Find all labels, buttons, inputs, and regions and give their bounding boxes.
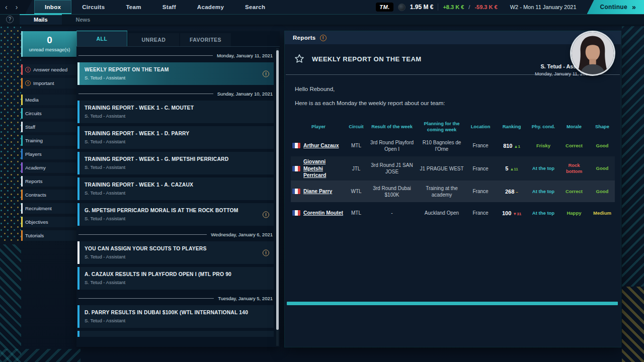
mail-filter-tabs: ALLUNREADFAVORITES bbox=[76, 31, 280, 47]
report-panel: Reports ! S. Tetud - Assistant Monday, J… bbox=[285, 31, 621, 347]
mail-text: TRAINING REPORT - WEEK 1 - C. MOUTETS. T… bbox=[85, 105, 194, 119]
help-icon[interactable]: ? bbox=[6, 16, 14, 23]
top-tab-staff[interactable]: Staff bbox=[152, 0, 187, 14]
sidebar-item-training[interactable]: Training bbox=[21, 135, 76, 146]
player-link[interactable]: Diane Parry bbox=[303, 188, 332, 195]
mail-filter-tab-unread[interactable]: UNREAD bbox=[128, 33, 179, 46]
table-row[interactable]: Arthur CazauxMTL3rd Round Playford Open … bbox=[291, 135, 615, 156]
phy-cond-cell: Frisky bbox=[528, 143, 558, 149]
top-tab-academy[interactable]: Academy bbox=[187, 0, 234, 14]
mail-filter-tab-favorites[interactable]: FAVORITES bbox=[180, 33, 231, 46]
circuit-cell: JTL bbox=[346, 165, 366, 172]
mail-text: TRAINING REPORT - WEEK 1 - A. CAZAUXS. T… bbox=[85, 182, 193, 196]
top-tab-team[interactable]: Team bbox=[115, 0, 151, 14]
sidebar-item-academy[interactable]: Academy bbox=[21, 162, 76, 173]
mail-text: D. PARRY RESULTS IN DUBAI $100K (WTL INT… bbox=[85, 310, 248, 324]
top-tab-circuits[interactable]: Circuits bbox=[71, 0, 115, 14]
sidebar-item-label: Tutorials bbox=[25, 233, 44, 238]
unread-label: unread message(s) bbox=[27, 47, 72, 52]
mail-filter-tab-all[interactable]: ALL bbox=[76, 31, 127, 46]
sidebar-item-objectives[interactable]: Objectives bbox=[21, 217, 76, 227]
ranking-delta: ▲11 bbox=[510, 167, 518, 171]
sidebar-item-circuits[interactable]: Circuits bbox=[21, 108, 76, 119]
france-flag-icon bbox=[292, 166, 300, 171]
column-header: Result of the week bbox=[366, 122, 418, 132]
mail-item[interactable]: TRAINING REPORT - WEEK 1 - G. MPETSHI PE… bbox=[77, 152, 274, 174]
forward-icon[interactable]: › bbox=[16, 4, 18, 11]
mail-sender: S. Tetud - Assistant bbox=[85, 318, 248, 323]
sidebar-item-label: Training bbox=[25, 138, 43, 143]
sidebar-item-label: Important bbox=[33, 80, 54, 86]
mail-sender: S. Tetud - Assistant bbox=[85, 254, 207, 259]
mail-item[interactable]: YOU CAN ASSIGN YOUR SCOUTS TO PLAYERSS. … bbox=[77, 241, 274, 264]
mail-item[interactable]: G. MPETSHI PERRICARD MORAL IS AT THE ROC… bbox=[77, 203, 274, 226]
mail-item[interactable]: TRAINING REPORT - WEEK 1 - A. CAZAUXS. T… bbox=[77, 177, 274, 200]
location-cell: France bbox=[466, 142, 495, 149]
sidebar-item-contracts[interactable]: Contracts bbox=[21, 190, 76, 200]
mail-item[interactable]: TRAINING REPORT - WEEK 1 - C. MOUTETS. T… bbox=[77, 101, 274, 123]
sidebar-item-label: Recruitment bbox=[25, 206, 52, 211]
sidebar-item-media[interactable]: Media bbox=[21, 95, 76, 105]
mail-scrollbar[interactable] bbox=[276, 48, 279, 346]
mail-item[interactable]: TRAINING REPORT - WEEK 1 - D. PARRYS. Te… bbox=[77, 126, 274, 149]
report-title: WEEKLY REPORT ON THE TEAM bbox=[312, 55, 422, 63]
sidebar-item-answer-needed[interactable]: !Answer needed bbox=[21, 64, 76, 75]
ranking-value: 5 bbox=[505, 165, 508, 171]
table-row[interactable]: Giovanni Mpetshi PerricardJTL3rd Round J… bbox=[291, 156, 615, 180]
mail-text: YOU CAN ASSIGN YOUR SCOUTS TO PLAYERSS. … bbox=[85, 246, 207, 260]
player-link[interactable]: Arthur Cazaux bbox=[303, 142, 339, 149]
column-header: Player bbox=[291, 122, 346, 132]
table-horizontal-scrollbar[interactable] bbox=[287, 302, 618, 305]
table-row[interactable]: Corentin MoutetMTL-Auckland OpenFrance10… bbox=[291, 202, 615, 224]
mail-sender: S. Tetud - Assistant bbox=[85, 75, 169, 80]
circuit-cell: MTL bbox=[346, 210, 366, 216]
favorite-star-icon[interactable] bbox=[294, 53, 305, 64]
scrollbar-thumb[interactable] bbox=[276, 50, 279, 330]
mail-title: TRAINING REPORT - WEEK 1 - D. PARRY bbox=[85, 131, 189, 137]
mail-title: G. MPETSHI PERRICARD MORAL IS AT THE ROC… bbox=[85, 208, 238, 214]
mail-item[interactable]: D. PARRY RESULTS IN DUBAI $100K (WTL INT… bbox=[77, 305, 274, 328]
tab-news[interactable]: News bbox=[62, 14, 105, 25]
ranking-value: 100 bbox=[502, 210, 511, 216]
sidebar-item-reports[interactable]: Reports bbox=[21, 176, 76, 187]
important-icon: ! bbox=[263, 70, 269, 77]
top-tab-inbox[interactable]: Inbox bbox=[34, 0, 71, 14]
mail-item[interactable]: A. CAZAUX RESULTS IN PLAYFORD OPEN I (MT… bbox=[77, 267, 274, 290]
important-icon: ! bbox=[263, 211, 269, 218]
mail-item[interactable]: WEEKLY REPORT ON THE TEAMS. Tetud - Assi… bbox=[77, 62, 274, 85]
top-tab-search[interactable]: Search bbox=[234, 0, 276, 14]
player-link[interactable]: Giovanni Mpetshi Perricard bbox=[303, 158, 345, 178]
column-header: Circuit bbox=[346, 122, 366, 132]
weekly-loss: -59.3 K € bbox=[474, 4, 497, 10]
sidebar-item-tutorials[interactable]: Tutorials bbox=[21, 230, 76, 241]
sidebar-item-players[interactable]: Players bbox=[21, 149, 76, 159]
sidebar-item-label: Media bbox=[25, 97, 39, 103]
tab-mails[interactable]: Mails bbox=[20, 14, 62, 25]
shape-cell: Medium bbox=[590, 210, 615, 216]
separator-date: Sunday, January 10, 2021 bbox=[217, 91, 273, 97]
morale-cell: Rock bottom bbox=[558, 162, 590, 175]
avatar-illustration bbox=[572, 32, 614, 74]
planning-cell: Training at the academy bbox=[418, 185, 466, 198]
ranking-delta: ▲1 bbox=[514, 144, 520, 149]
morale-cell: Happy bbox=[558, 210, 590, 216]
mail-title: WEEKLY REPORT ON THE TEAM bbox=[85, 67, 169, 73]
result-cell: 3rd Round J1 SAN JOSE bbox=[366, 162, 418, 175]
phy-cond-cell: At the top bbox=[528, 210, 558, 216]
player-link[interactable]: Corentin Moutet bbox=[303, 210, 343, 216]
date-separator: Wednesday, January 6, 2021 bbox=[78, 232, 273, 237]
table-row[interactable]: Diane ParryWTL3rd Round Dubai $100KTrain… bbox=[291, 180, 615, 202]
sidebar-item-important[interactable]: !Important bbox=[21, 78, 76, 88]
mail-text: WEEKLY REPORT ON THE TEAMS. Tetud - Assi… bbox=[85, 67, 169, 81]
sidebar-item-staff[interactable]: Staff bbox=[21, 122, 76, 132]
continue-button[interactable]: Continue » bbox=[587, 0, 644, 14]
back-icon[interactable]: ‹ bbox=[5, 4, 8, 11]
location-cell: France bbox=[466, 165, 495, 172]
team-report-table: PlayerCircuitResult of the weekPlanning … bbox=[291, 119, 615, 224]
sender-avatar bbox=[572, 32, 614, 74]
mail-item-partial[interactable] bbox=[77, 331, 274, 337]
separator-line bbox=[78, 234, 207, 235]
sidebar-item-recruitment[interactable]: Recruitment bbox=[21, 203, 76, 214]
sidebar-item-label: Players bbox=[25, 151, 42, 157]
ranking-value: 268 bbox=[505, 189, 514, 195]
